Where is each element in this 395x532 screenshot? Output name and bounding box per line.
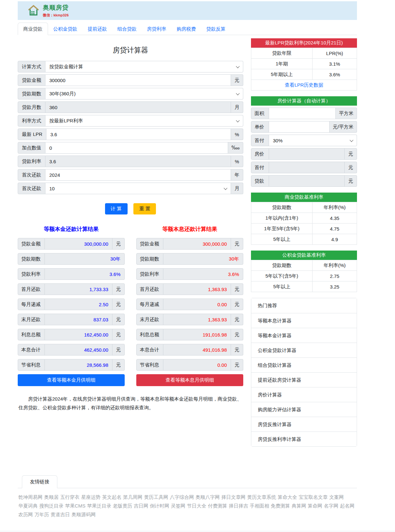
first-repay-month-select-label: 首次还款 [18, 183, 45, 194]
friend-link[interactable]: 乾坤周易网 [18, 493, 43, 501]
friend-link[interactable]: 苹果泛目录 [87, 501, 111, 510]
friend-link[interactable]: 典算网 [292, 501, 306, 510]
result-row-unit: 元 [231, 283, 243, 295]
first-repay-year-input-label: 首次还款 [18, 169, 45, 181]
view-principal-detail-button[interactable]: 查看等额本金月供明细 [18, 374, 125, 386]
hot-list-item[interactable]: 房价计算器 [251, 387, 357, 402]
bp-add-input[interactable] [45, 142, 228, 154]
lpr-table: 贷款年限LPR(%)1年期3.1%5年期以上3.6%查看LPR历史数据 [251, 48, 357, 90]
friend-link[interactable]: 节日大全 [187, 501, 206, 510]
lpr-history-link[interactable]: 查看LPR历史数据 [285, 82, 323, 88]
result-row-label: 贷款金额 [136, 238, 163, 250]
friend-link[interactable]: 奥顺居 [44, 493, 59, 501]
friend-link[interactable]: 算命大全 [278, 493, 297, 501]
fund-rate-col2-header: 年利率(%) [313, 260, 357, 271]
first-repay-year-input[interactable] [45, 169, 231, 181]
friend-link[interactable]: 倒计时网 [150, 501, 169, 510]
area-input[interactable] [269, 108, 336, 119]
friend-link[interactable]: 择日文章网 [221, 493, 246, 501]
latest-lpr-input-unit: % [231, 128, 243, 140]
downpayment-output [269, 162, 345, 173]
friend-link[interactable]: 华夏词典 [18, 501, 38, 510]
loan-amount-output-row: 贷款元 [251, 175, 357, 187]
friend-link[interactable]: 择日择吉 [229, 501, 248, 510]
friend-link[interactable]: 五行穿衣 [60, 493, 80, 501]
area-input-unit: 平方米 [336, 108, 357, 119]
tab-mortgage-rate[interactable]: 房贷利率 [142, 23, 171, 35]
calc-mode-select-row: 计算方式按贷款金额计算 [18, 61, 243, 72]
friend-link[interactable]: 第几周网 [123, 493, 142, 501]
friend-link[interactable]: 手相面相 [250, 501, 269, 510]
friend-link[interactable]: 起名网 [340, 501, 354, 510]
hot-list-item[interactable]: 提前还款房贷计算器 [251, 372, 357, 387]
loan-amount-input[interactable] [45, 74, 231, 86]
house-price-output-label: 房价 [251, 148, 269, 160]
result-row-unit: 元 [231, 359, 243, 371]
friend-link[interactable]: 英文起名 [102, 493, 121, 501]
downpayment-ratio-select[interactable]: 30% [269, 135, 357, 146]
hot-list-item[interactable]: 购房能力评估计算器 [251, 402, 357, 417]
hot-list-item[interactable]: 组合贷款计算器 [251, 357, 357, 372]
chevron-down-icon [236, 119, 239, 122]
result-row: 末月还款837.03元 [18, 314, 125, 325]
friend-link[interactable]: 万年历 [34, 510, 49, 519]
result-row-label: 贷款金额 [18, 238, 45, 250]
friend-link[interactable]: 搜狗泛目录 [39, 501, 63, 510]
result-row-value: 28,566.98 [45, 359, 112, 371]
friend-link[interactable]: 苹果CMS [65, 501, 85, 510]
tab-fund-loan[interactable]: 公积金贷款 [48, 23, 82, 35]
calc-mode-select-label: 计算方式 [18, 61, 45, 72]
lpr-row-rate: 3.6% [313, 69, 357, 80]
calc-mode-select[interactable]: 按贷款金额计算 [45, 61, 243, 72]
loan-term-select[interactable]: 30年(360月) [45, 88, 243, 100]
friend-link[interactable]: 八字综合网 [170, 493, 194, 501]
tab-commercial-loan[interactable]: 商业贷款 [18, 23, 48, 35]
result-row-value: 837.03 [45, 314, 112, 325]
friend-link[interactable]: 奥顺八字网 [196, 493, 220, 501]
friend-link[interactable]: 黄历文章系统 [247, 493, 276, 501]
commercial-rate-row: 1年至5年(含5年)4.75 [251, 223, 357, 234]
tab-prepayment[interactable]: 提前还款 [82, 23, 112, 35]
fund-rate-row-rate: 2.75 [313, 271, 357, 281]
calculate-button[interactable]: 计 算 [105, 203, 128, 214]
result-row-value: 2.50 [45, 299, 112, 310]
tab-purchase-tax[interactable]: 购房税费 [171, 23, 201, 35]
reset-button[interactable]: 重 置 [133, 203, 156, 214]
friend-link[interactable]: 灵签网 [171, 501, 185, 510]
result-row-label: 节省利息 [136, 359, 163, 371]
friend-link[interactable]: 农历网 [18, 510, 33, 519]
hot-list-item[interactable]: 公积金贷款计算器 [251, 343, 357, 357]
hot-list-item[interactable]: 等额本息计算器 [251, 313, 357, 328]
friend-link[interactable]: 名字网 [324, 501, 338, 510]
friend-link[interactable]: 吉日网 [134, 501, 148, 510]
rate-mode-select[interactable]: 按最新LPR利率 [45, 115, 243, 127]
loan-rate-field-value: 3.6 [49, 159, 56, 164]
friend-link[interactable]: 星座运势 [81, 493, 101, 501]
friend-link[interactable]: 宝宝取名文章 [299, 493, 328, 501]
friend-link[interactable]: 黄历工具网 [144, 493, 168, 501]
commercial-rate-row-rate: 4.75 [313, 223, 357, 234]
lpr-row: 5年期以上3.6% [251, 69, 357, 80]
friend-link[interactable]: 免费测算 [271, 501, 290, 510]
view-interest-detail-button[interactable]: 查看等额本息月供明细 [136, 374, 243, 386]
friend-link[interactable]: 付费测算 [208, 501, 227, 510]
result-row-label: 末月还款 [136, 314, 163, 325]
friend-link[interactable]: 算命网 [308, 501, 322, 510]
friend-link[interactable]: 奥顺源码网 [72, 510, 96, 519]
first-repay-month-select[interactable]: 10 [45, 183, 231, 194]
hot-list-item[interactable]: 等额本金计算器 [251, 328, 357, 343]
lpr-row-term: 5年期以上 [251, 69, 313, 80]
result-row-unit: 元 [112, 299, 125, 310]
friend-link[interactable]: 黄道吉日 [51, 510, 70, 519]
commercial-rate-row-term: 1年以内(含1年) [251, 213, 313, 223]
brand-text: 奥顺房贷 微信：kkmp326 [43, 4, 69, 18]
latest-lpr-input[interactable] [46, 128, 231, 140]
unit-price-input[interactable] [269, 121, 330, 133]
tab-combo-loan[interactable]: 组合贷款 [112, 23, 142, 35]
hot-list-item[interactable]: 房贷反推计算器 [251, 417, 357, 432]
friend-link[interactable]: 老版黄历 [113, 501, 132, 510]
tab-loan-reverse[interactable]: 贷款反算 [201, 23, 231, 35]
lpr-col1-header: 贷款年限 [251, 48, 313, 59]
friend-link[interactable]: 文案网 [329, 493, 344, 501]
hot-list-item[interactable]: 房贷反推利率计算器 [251, 432, 357, 446]
